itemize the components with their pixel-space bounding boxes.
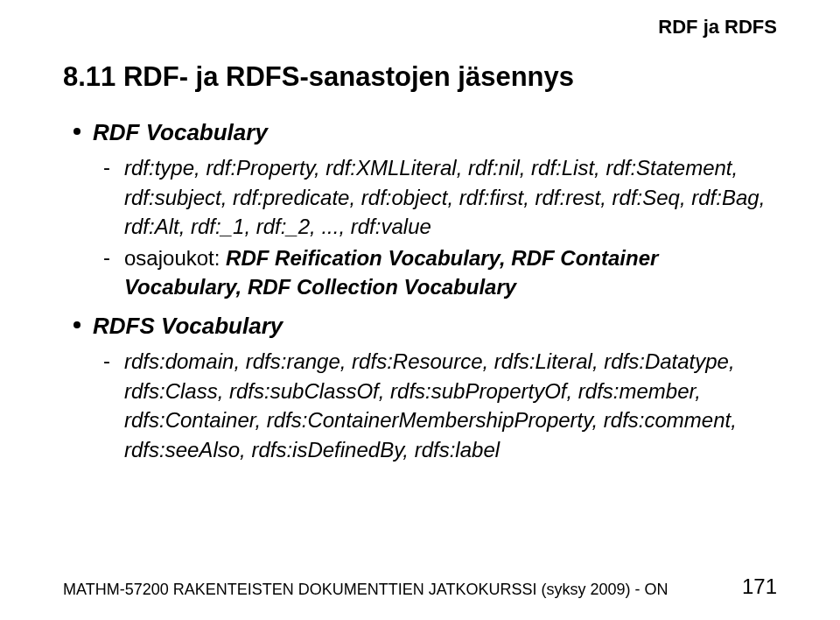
list-item: - osajoukot: RDF Reification Vocabulary,… <box>103 243 777 302</box>
footer-text: MATHM-57200 RAKENTEISTEN DOKUMENTTIEN JA… <box>63 581 668 599</box>
section-rdfs-vocabulary: RDFS Vocabulary - rdfs:domain, rdfs:rang… <box>74 311 777 464</box>
slide-page: RDF ja RDFS 8.11 RDF- ja RDFS-sanastojen… <box>0 0 840 620</box>
item-text: osajoukot: RDF Reification Vocabulary, R… <box>124 243 777 302</box>
section-rdf-vocabulary: RDF Vocabulary - rdf:type, rdf:Property,… <box>74 117 777 302</box>
bullet-row: RDF Vocabulary <box>74 117 777 148</box>
list-item: - rdf:type, rdf:Property, rdf:XMLLiteral… <box>103 153 777 242</box>
sub-list: - rdfs:domain, rdfs:range, rdfs:Resource… <box>74 347 777 464</box>
sub-list: - rdf:type, rdf:Property, rdf:XMLLiteral… <box>74 153 777 302</box>
item-text: rdf:type, rdf:Property, rdf:XMLLiteral, … <box>124 153 777 242</box>
section-heading: RDF Vocabulary <box>93 117 268 148</box>
slide-header: RDF ja RDFS <box>658 16 777 39</box>
content-list: RDF Vocabulary - rdf:type, rdf:Property,… <box>63 117 777 465</box>
dash-icon: - <box>103 153 114 181</box>
section-heading: RDFS Vocabulary <box>93 311 283 342</box>
list-item: - rdfs:domain, rdfs:range, rdfs:Resource… <box>103 347 777 464</box>
bullet-row: RDFS Vocabulary <box>74 311 777 342</box>
dash-icon: - <box>103 243 114 271</box>
slide-title: 8.11 RDF- ja RDFS-sanastojen jäsennys <box>63 61 777 93</box>
item-prefix: osajoukot: <box>124 246 226 270</box>
item-text: rdfs:domain, rdfs:range, rdfs:Resource, … <box>124 347 777 464</box>
bullet-icon <box>74 128 80 135</box>
slide-footer: MATHM-57200 RAKENTEISTEN DOKUMENTTIEN JA… <box>63 574 777 599</box>
dash-icon: - <box>103 347 114 375</box>
page-number: 171 <box>742 574 777 599</box>
bullet-icon <box>74 321 80 328</box>
